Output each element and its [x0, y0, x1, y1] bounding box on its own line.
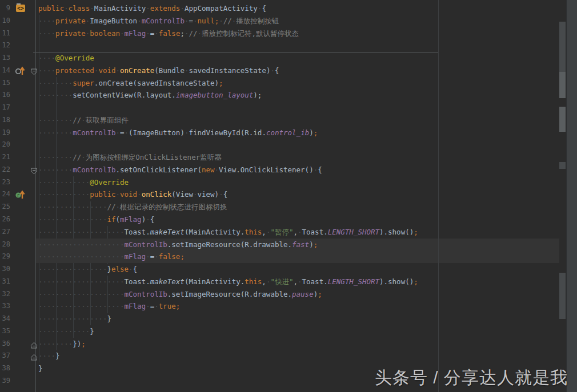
code-area[interactable]: 9<>public·class·MainActivity·extends·App… — [0, 2, 577, 387]
code-text[interactable]: ················if(mFlag)·{ — [38, 213, 154, 226]
line-number[interactable]: 20 — [0, 139, 10, 151]
code-text[interactable]: ········mControlIb·=·(ImageButton)·findV… — [38, 127, 318, 139]
code-editor[interactable]: 9<>public·class·MainActivity·extends·App… — [0, 0, 577, 392]
scrollbar-mark[interactable] — [559, 22, 566, 72]
code-line[interactable]: 34················} — [0, 313, 577, 325]
line-number[interactable]: 24 — [0, 188, 10, 201]
line-number[interactable]: 23 — [0, 176, 10, 189]
code-text[interactable]: ····················mControlIb.setImageR… — [38, 288, 322, 301]
code-text[interactable]: ············@Override — [38, 176, 129, 189]
code-text[interactable]: ········mControlIb.setOnClickListener(ne… — [38, 164, 322, 176]
code-line[interactable]: 14····protected·void·onCreate(Bundle·sav… — [0, 64, 577, 77]
code-text[interactable]: } — [38, 362, 43, 375]
code-line[interactable]: 28····················mControlIb.setImag… — [0, 239, 577, 251]
code-line[interactable]: 27····················Toast.makeText(Mai… — [0, 226, 577, 239]
line-number[interactable]: 33 — [0, 300, 10, 313]
code-line[interactable]: 25················//·根据记录的控制状态进行图标切换 — [0, 201, 577, 213]
code-text[interactable]: ····@Override — [38, 52, 94, 64]
code-text[interactable]: ····private·boolean·mFlag·=·false;·//·播放… — [38, 27, 299, 40]
code-text[interactable]: ················} — [38, 313, 111, 325]
code-text[interactable]: ········}); — [38, 338, 86, 350]
code-text[interactable]: ············} — [38, 325, 94, 338]
svg-text:r: r — [17, 193, 20, 198]
code-line[interactable]: 17 — [0, 102, 577, 114]
scrollbar-mark[interactable] — [559, 273, 566, 319]
line-number[interactable]: 21 — [0, 151, 10, 164]
scrollbar-mark[interactable] — [559, 107, 566, 132]
error-stripe[interactable] — [566, 0, 577, 392]
line-number[interactable]: 27 — [0, 226, 10, 239]
line-number[interactable]: 25 — [0, 201, 10, 213]
code-line[interactable]: 13····@Override — [0, 52, 577, 64]
code-text[interactable]: ········//·获取界面组件 — [38, 114, 129, 127]
code-line[interactable]: 12 — [0, 39, 577, 52]
line-number[interactable]: 13 — [0, 52, 10, 64]
code-line[interactable]: 20 — [0, 139, 577, 151]
code-line[interactable]: 35············} — [0, 325, 577, 338]
code-text[interactable]: ········super.onCreate(savedInstanceStat… — [38, 77, 223, 90]
code-text[interactable]: public·class·MainActivity·extends·AppCom… — [38, 2, 266, 15]
code-line[interactable]: 11····private·boolean·mFlag·=·false;·//·… — [0, 27, 577, 40]
code-line[interactable]: 22········mControlIb.setOnClickListener(… — [0, 164, 577, 176]
code-line[interactable]: 10····private·ImageButton·mControlIb·=·n… — [0, 15, 577, 27]
code-line[interactable]: 21········//·为图标按钮绑定OnClickListener监听器 — [0, 151, 577, 164]
code-text[interactable]: ····················Toast.makeText(MainA… — [38, 276, 418, 288]
line-number[interactable]: 15 — [0, 77, 10, 90]
line-number[interactable]: 26 — [0, 213, 10, 226]
code-line[interactable]: 37····} — [0, 350, 577, 362]
line-number[interactable]: 36 — [0, 338, 10, 350]
code-line[interactable]: 36········}); — [0, 338, 577, 350]
line-number[interactable]: 19 — [0, 127, 10, 139]
code-text[interactable]: ····················Toast.makeText(MainA… — [38, 226, 418, 239]
line-number[interactable]: 39 — [0, 375, 10, 387]
line-number[interactable]: 28 — [0, 239, 10, 251]
code-text[interactable]: ····················mControlIb.setImageR… — [38, 239, 318, 251]
line-number[interactable]: 37 — [0, 350, 10, 362]
code-line[interactable]: 9<>public·class·MainActivity·extends·App… — [0, 2, 577, 15]
code-text[interactable]: ····private·ImageButton·mControlIb·=·nul… — [38, 15, 279, 27]
code-line[interactable]: 30················}else·{ — [0, 263, 577, 276]
code-line[interactable]: 33····················mFlag·=·true; — [0, 300, 577, 313]
line-number[interactable]: 35 — [0, 325, 10, 338]
code-text[interactable]: ········//·为图标按钮绑定OnClickListener监听器 — [38, 151, 222, 164]
code-text[interactable]: ····················mFlag·=·false; — [38, 250, 185, 263]
code-line[interactable]: 29····················mFlag·=·false; — [0, 250, 577, 263]
line-number[interactable]: 22 — [0, 164, 10, 176]
code-line[interactable]: 32····················mControlIb.setImag… — [0, 288, 577, 301]
line-number[interactable]: 30 — [0, 263, 10, 276]
code-text[interactable]: ············public·void·onClick(View·vie… — [38, 188, 227, 201]
code-text[interactable]: ················}else·{ — [38, 263, 137, 276]
code-line[interactable]: 24r············public·void·onClick(View·… — [0, 188, 577, 201]
line-number[interactable]: 12 — [0, 39, 10, 52]
line-number[interactable]: 9 — [0, 2, 10, 15]
line-number[interactable]: 10 — [0, 15, 10, 27]
code-line[interactable]: 26················if(mFlag)·{ — [0, 213, 577, 226]
watermark: 头条号 / 分享达人就是我 — [375, 366, 568, 390]
code-text[interactable]: ····protected·void·onCreate(Bundle·saved… — [38, 64, 279, 77]
line-number[interactable]: 38 — [0, 362, 10, 375]
svg-text:<>: <> — [17, 5, 24, 11]
line-number[interactable]: 14 — [0, 64, 10, 77]
code-line[interactable]: 19········mControlIb·=·(ImageButton)·fin… — [0, 127, 577, 139]
code-line[interactable]: 31····················Toast.makeText(Mai… — [0, 276, 577, 288]
line-number[interactable]: 18 — [0, 114, 10, 127]
code-text[interactable]: ····················mFlag·=·true; — [38, 300, 180, 313]
line-number[interactable]: 17 — [0, 102, 10, 114]
line-number[interactable]: 16 — [0, 89, 10, 102]
code-text[interactable]: ····} — [38, 350, 60, 362]
line-number[interactable]: 34 — [0, 313, 10, 325]
code-line[interactable]: 16········setContentView(R.layout.imageb… — [0, 89, 577, 102]
code-line[interactable]: 15········super.onCreate(savedInstanceSt… — [0, 77, 577, 90]
line-number[interactable]: 32 — [0, 288, 10, 301]
scrollbar-mark[interactable] — [559, 162, 566, 169]
code-line[interactable]: 18········//·获取界面组件 — [0, 114, 577, 127]
code-line[interactable]: 23············@Override — [0, 176, 577, 189]
scrollbar-mark[interactable] — [559, 72, 566, 98]
code-text[interactable]: ········setContentView(R.layout.imagebut… — [38, 89, 262, 102]
line-number[interactable]: 29 — [0, 250, 10, 263]
line-number[interactable]: 11 — [0, 27, 10, 40]
scrollbar-marks[interactable] — [559, 0, 566, 392]
code-text[interactable]: ················//·根据记录的控制状态进行图标切换 — [38, 201, 227, 213]
line-number[interactable]: 31 — [0, 276, 10, 288]
